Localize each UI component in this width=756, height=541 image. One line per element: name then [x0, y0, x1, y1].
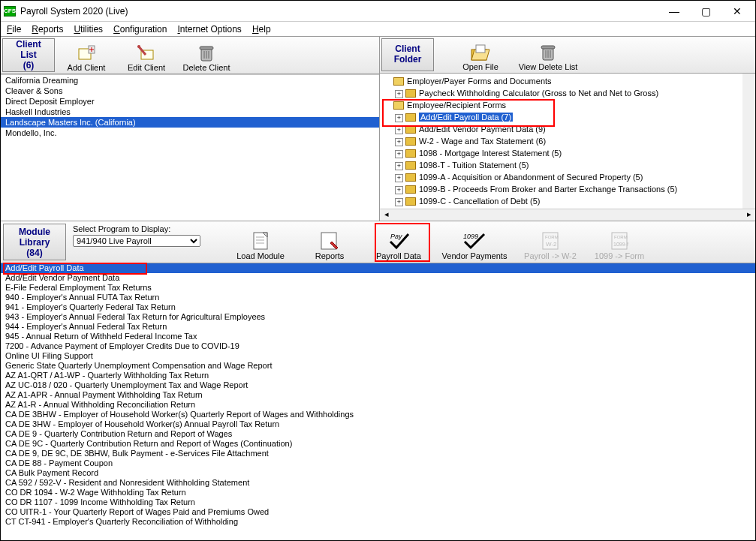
module-list-item[interactable]: Online UI Filing Support	[1, 351, 755, 361]
module-list-item[interactable]: Generic State Quarterly Unemployment Com…	[1, 361, 755, 371]
document-icon	[252, 230, 269, 251]
module-list-item[interactable]: CA DE 3BHW - Employer of Household Worke…	[1, 410, 755, 419]
menu-utilities[interactable]: Utilities	[74, 24, 103, 35]
module-list-item[interactable]: CA DE 9C - Quarterly Contribution Return…	[1, 439, 755, 449]
client-folder-header[interactable]: Client Folder	[381, 38, 434, 71]
close-button[interactable]: ✕	[728, 6, 746, 17]
hscroll-track[interactable]	[393, 209, 742, 221]
module-library-header[interactable]: Module Library (84)	[3, 224, 66, 260]
module-list-item[interactable]: 940 - Employer's Annual FUTA Tax Return	[1, 293, 755, 302]
module-list[interactable]: Add/Edit Payroll DataAdd/Edit Vendor Pay…	[1, 263, 755, 540]
tree-row[interactable]: +1098 - Mortgage Interest Statement (5)	[381, 147, 742, 159]
tree-row[interactable]: +1098-T - Tuition Statement (5)	[381, 159, 742, 171]
expand-toggle[interactable]: +	[395, 126, 403, 134]
module-list-item[interactable]: 943 - Employer's Annual Federal Tax Retu…	[1, 312, 755, 322]
module-list-item[interactable]: Add/Edit Payroll Data	[1, 263, 755, 273]
module-list-item[interactable]: CO UITR-1 - Your Quarterly Report of Wag…	[1, 507, 755, 517]
client-folder-header-l2: Folder	[394, 54, 422, 65]
tree-row[interactable]: +Add/Edit Payroll Data (7)	[381, 111, 742, 123]
menu-internet-options[interactable]: Internet Options	[177, 24, 241, 35]
payroll-data-button[interactable]: Pay Payroll Data	[364, 221, 433, 263]
module-list-item[interactable]: AZ A1-R - Annual Withholding Reconciliat…	[1, 400, 755, 410]
module-list-item[interactable]: Add/Edit Vendor Payment Data	[1, 273, 755, 283]
tree-scrollbar[interactable]	[742, 74, 755, 209]
menu-help[interactable]: Help	[252, 24, 271, 35]
expand-toggle[interactable]: +	[395, 150, 403, 158]
module-list-item[interactable]: CO DR 1094 - W-2 Wage Withholding Tax Re…	[1, 488, 755, 497]
client-list-item[interactable]: Direct Deposit Employer	[1, 96, 379, 107]
folder-icon	[405, 89, 416, 98]
expand-toggle[interactable]: +	[395, 162, 403, 170]
folder-icon	[405, 173, 416, 182]
tree-row[interactable]: +1099-B - Proceeds From Broker and Barte…	[381, 183, 742, 195]
edit-client-icon	[136, 44, 157, 63]
edit-client-button[interactable]: Edit Client	[116, 37, 176, 74]
module-list-item[interactable]: CA DE 88 - Payment Coupon	[1, 458, 755, 468]
expand-toggle[interactable]: +	[395, 114, 403, 122]
module-list-item[interactable]: CA DE 3HW - Employer of Household Worker…	[1, 419, 755, 429]
client-listbox[interactable]: California DreamingCleaver & SonsDirect …	[1, 74, 379, 221]
program-select[interactable]: 941/940 Live Payroll	[73, 235, 200, 247]
client-list-item[interactable]: Landscape Masters Inc. (California)	[1, 117, 379, 128]
reports-label: Reports	[315, 251, 345, 260]
open-file-button[interactable]: Open File	[450, 37, 511, 73]
minimize-button[interactable]: —	[665, 6, 683, 17]
maximize-button[interactable]: ▢	[697, 6, 715, 17]
module-list-item[interactable]: 945 - Annual Return of Withheld Federal …	[1, 332, 755, 341]
module-list-item[interactable]: 941 - Employer's Quarterly Federal Tax R…	[1, 302, 755, 312]
tree-row[interactable]: +1099-C - Cancellation of Debt (5)	[381, 195, 742, 207]
load-module-button[interactable]: Load Module	[226, 221, 295, 263]
client-list-header-l2: List	[20, 50, 36, 60]
client-list-item[interactable]: California Dreaming	[1, 75, 379, 86]
module-list-item[interactable]: E-File Federal Employment Tax Returns	[1, 283, 755, 293]
module-list-item[interactable]: 944 - Employer's Annual Federal Tax Retu…	[1, 322, 755, 332]
module-list-item[interactable]: CA 592 / 592-V - Resident and Nonresiden…	[1, 478, 755, 488]
module-list-item[interactable]: CO DR 1107 - 1099 Income Withholding Tax…	[1, 497, 755, 507]
folder-tree[interactable]: Employer/Payer Forms and Documents+Paych…	[380, 74, 742, 209]
module-list-item[interactable]: CA Bulk Payment Record	[1, 468, 755, 478]
expand-toggle[interactable]: +	[395, 186, 403, 194]
module-list-item[interactable]: 7200 - Advance Payment of Employer Credi…	[1, 341, 755, 351]
folder-icon	[393, 77, 404, 86]
module-library-header-l1: Module	[19, 227, 50, 237]
module-list-item[interactable]: CA DE 9, DE 9C, DE 3BHW, Bulk Payment - …	[1, 449, 755, 458]
view-delete-list-button[interactable]: View Delete List	[511, 37, 586, 73]
hscroll-left[interactable]: ◂	[380, 209, 393, 221]
app-icon: CFS	[4, 6, 16, 17]
expand-toggle[interactable]: +	[395, 174, 403, 182]
vendor-payments-button[interactable]: 1099 Vendor Payments	[433, 221, 516, 263]
expand-toggle[interactable]: +	[395, 90, 403, 98]
tree-row[interactable]: +W-2 - Wage and Tax Statement (6)	[381, 135, 742, 147]
tree-row[interactable]: Employer/Payer Forms and Documents	[381, 75, 742, 87]
hscroll-right[interactable]: ▸	[742, 209, 755, 221]
module-list-item[interactable]: AZ A1-APR - Annual Payment Withholding T…	[1, 390, 755, 400]
payroll-to-w2-button[interactable]: FORMW-2 Payroll -> W-2	[516, 221, 585, 263]
tree-label: W-2 - Wage and Tax Statement (6)	[419, 137, 546, 146]
module-list-item[interactable]: CT CT-941 - Employer's Quarterly Reconci…	[1, 517, 755, 527]
client-list-item[interactable]: Haskell Industries	[1, 107, 379, 117]
menu-configuration[interactable]: Configuration	[113, 24, 167, 35]
client-list-item[interactable]: Mondello, Inc.	[1, 128, 379, 138]
tree-row[interactable]: Employee/Recipient Forms	[381, 99, 742, 111]
reports-button[interactable]: Reports	[295, 221, 364, 263]
tree-row[interactable]: +1099-A - Acquisition or Abandonment of …	[381, 171, 742, 183]
1099-to-form-button[interactable]: FORM1099-M 1099 -> Form	[585, 221, 654, 263]
module-list-item[interactable]: AZ A1-QRT / A1-WP - Quarterly Withholdin…	[1, 371, 755, 380]
vendor-payments-icon: 1099	[462, 230, 487, 251]
tree-row[interactable]: +Add/Edit Vendor Payment Data (9)	[381, 123, 742, 135]
delete-client-button[interactable]: Delete Client	[176, 37, 236, 74]
module-list-item[interactable]: AZ UC-018 / 020 - Quarterly Unemployment…	[1, 380, 755, 390]
expand-toggle[interactable]: +	[395, 138, 403, 146]
client-list-header[interactable]: Client List (6)	[2, 38, 55, 72]
menu-file[interactable]: File	[7, 24, 21, 35]
form-1099-icon: FORM1099-M	[610, 230, 628, 251]
client-list-header-l1: Client	[16, 39, 41, 50]
client-list-item[interactable]: Cleaver & Sons	[1, 86, 379, 96]
add-client-button[interactable]: Add Client	[56, 37, 116, 74]
module-list-item[interactable]: CA DE 9 - Quarterly Contribution Return …	[1, 429, 755, 439]
tree-row[interactable]: +Paycheck Withholding Calculator (Gross …	[381, 87, 742, 99]
select-program-label: Select Program to Display:	[73, 224, 206, 233]
payroll-data-icon: Pay	[387, 230, 410, 251]
expand-toggle[interactable]: +	[395, 198, 403, 206]
menu-reports[interactable]: Reports	[32, 24, 63, 35]
